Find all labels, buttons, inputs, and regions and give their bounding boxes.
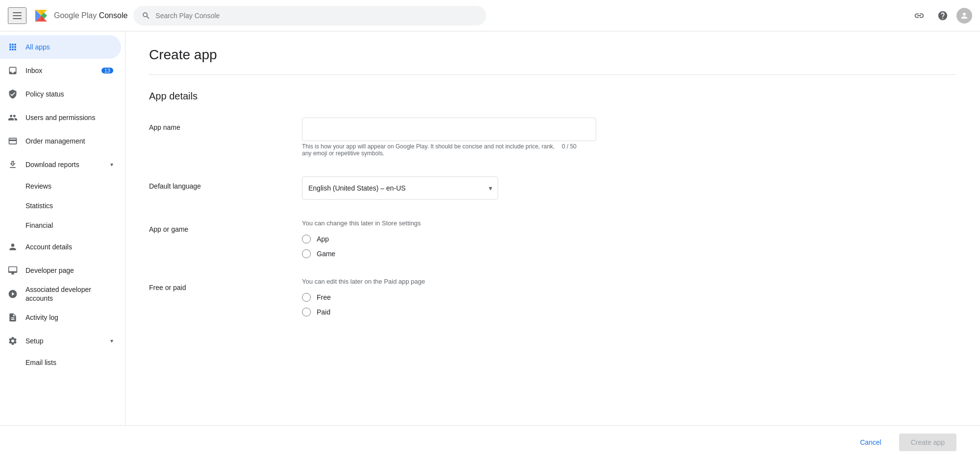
footer: Cancel Create app: [0, 425, 980, 459]
language-select-wrapper: English (United States) – en-US English …: [302, 176, 498, 200]
char-count: 0 / 50: [562, 143, 577, 157]
default-language-control: English (United States) – en-US English …: [302, 176, 956, 200]
search-icon: [142, 11, 151, 20]
sidebar-item-download-reports[interactable]: Download reports ▾: [0, 153, 121, 176]
card-icon: [8, 136, 18, 146]
radio-game[interactable]: [302, 249, 311, 258]
app-name-input[interactable]: [302, 118, 596, 141]
logo[interactable]: Google Play Console: [32, 7, 127, 24]
file-icon: [8, 313, 18, 322]
radio-game-label[interactable]: Game: [302, 249, 956, 258]
divider: [149, 74, 956, 75]
default-language-label: Default language: [149, 176, 286, 190]
radio-app[interactable]: [302, 235, 311, 243]
sidebar-item-reviews[interactable]: Reviews: [0, 176, 121, 196]
inbox-badge: 13: [101, 68, 113, 73]
app-or-game-hint: You can change this later in Store setti…: [302, 219, 956, 227]
sidebar-item-order-management[interactable]: Order management: [0, 129, 121, 153]
sidebar-label-statistics: Statistics: [25, 202, 53, 210]
radio-free-label[interactable]: Free: [302, 293, 956, 302]
download-icon: [8, 160, 18, 169]
sidebar-item-activity-log[interactable]: Activity log: [0, 306, 121, 329]
sidebar-label-account: Account details: [25, 243, 72, 251]
menu-button[interactable]: [8, 7, 26, 24]
avatar[interactable]: [956, 8, 972, 24]
sidebar-label-developer: Developer page: [25, 266, 74, 274]
free-or-paid-label: Free or paid: [149, 278, 286, 291]
sidebar-item-inbox[interactable]: Inbox 13: [0, 59, 121, 82]
sidebar-item-all-apps[interactable]: All apps: [0, 35, 121, 59]
sidebar-item-policy-status[interactable]: Policy status: [0, 82, 121, 106]
linked-icon: [8, 289, 18, 299]
radio-paid-text: Paid: [317, 308, 330, 316]
free-or-paid-row: Free or paid You can edit this later on …: [149, 278, 956, 316]
developer-icon: [8, 266, 18, 275]
topbar-actions: [909, 6, 972, 25]
app-name-label: App name: [149, 118, 286, 131]
default-language-row: Default language English (United States)…: [149, 176, 956, 200]
app-name-hint: This is how your app will appear on Goog…: [302, 143, 577, 157]
sidebar-item-associated-developer[interactable]: Associated developer accounts: [0, 282, 121, 306]
sidebar-item-developer-page[interactable]: Developer page: [0, 259, 121, 282]
sidebar-label-all-apps: All apps: [25, 43, 50, 51]
free-or-paid-control: You can edit this later on the Paid app …: [302, 278, 956, 316]
topbar: Google Play Console: [0, 0, 980, 31]
sidebar-label-activity: Activity log: [25, 314, 58, 321]
sidebar-item-account-details[interactable]: Account details: [0, 235, 121, 259]
sidebar-label-users: Users and permissions: [25, 114, 95, 121]
radio-free-text: Free: [317, 293, 331, 301]
app-name-control: This is how your app will appear on Goog…: [302, 118, 956, 157]
radio-paid-label[interactable]: Paid: [302, 308, 956, 316]
cancel-button[interactable]: Cancel: [848, 434, 893, 451]
app-or-game-control: You can change this later in Store setti…: [302, 219, 956, 258]
free-or-paid-hint: You can edit this later on the Paid app …: [302, 278, 956, 285]
sidebar-label-order: Order management: [25, 137, 85, 145]
sidebar-label-download: Download reports: [25, 161, 79, 169]
sidebar-label-setup: Setup: [25, 337, 44, 345]
free-or-paid-radio-group: Free Paid: [302, 293, 956, 316]
sidebar-item-email-lists[interactable]: Email lists: [0, 353, 121, 372]
create-app-button[interactable]: Create app: [899, 434, 956, 451]
person-icon: [8, 242, 18, 252]
app-name-row: App name This is how your app will appea…: [149, 118, 956, 157]
logo-text: Google Play Console: [54, 11, 127, 20]
sidebar: All apps Inbox 13 Policy status: [0, 31, 126, 425]
people-icon: [8, 113, 18, 122]
app-name-hint-text: This is how your app will appear on Goog…: [302, 143, 558, 157]
sidebar-label-financial: Financial: [25, 221, 53, 229]
grid-icon: [8, 42, 18, 52]
setup-chevron: ▾: [110, 338, 113, 344]
link-icon: [914, 10, 925, 21]
radio-app-label[interactable]: App: [302, 235, 956, 243]
app-or-game-radio-group: App Game: [302, 235, 956, 258]
layout: All apps Inbox 13 Policy status: [0, 31, 980, 425]
sidebar-label-email-lists: Email lists: [25, 359, 56, 366]
section-title: App details: [149, 91, 956, 102]
radio-free[interactable]: [302, 293, 311, 302]
help-button[interactable]: [933, 6, 953, 25]
gear-icon: [8, 336, 18, 346]
shield-icon: [8, 89, 18, 99]
search-bar: [133, 6, 486, 25]
link-button[interactable]: [909, 6, 929, 25]
app-or-game-row: App or game You can change this later in…: [149, 219, 956, 258]
sidebar-label-inbox: Inbox: [25, 67, 42, 74]
radio-app-text: App: [317, 235, 329, 243]
sidebar-label-associated: Associated developer accounts: [25, 285, 113, 303]
sidebar-item-users-permissions[interactable]: Users and permissions: [0, 106, 121, 129]
main-content: Create app App details App name This is …: [126, 31, 980, 425]
app-or-game-label: App or game: [149, 219, 286, 233]
inbox-icon: [8, 66, 18, 75]
avatar-icon: [960, 11, 969, 20]
search-input[interactable]: [155, 12, 478, 20]
sidebar-item-statistics[interactable]: Statistics: [0, 196, 121, 216]
radio-paid[interactable]: [302, 308, 311, 316]
play-console-logo-icon: [32, 7, 50, 24]
sidebar-label-policy: Policy status: [25, 90, 64, 98]
page-title: Create app: [149, 47, 956, 63]
help-icon: [937, 10, 948, 21]
radio-game-text: Game: [317, 250, 335, 258]
sidebar-item-setup[interactable]: Setup ▾: [0, 329, 121, 353]
sidebar-item-financial[interactable]: Financial: [0, 216, 121, 235]
language-select[interactable]: English (United States) – en-US English …: [302, 176, 498, 200]
